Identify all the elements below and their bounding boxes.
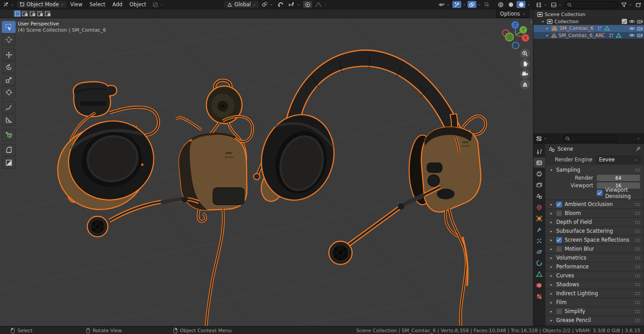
tool-scale[interactable] bbox=[2, 74, 16, 86]
viewport-denoising-checkbox[interactable] bbox=[597, 190, 603, 196]
render-engine-dropdown[interactable]: Eevee ⌄ bbox=[596, 156, 641, 164]
tab-object-data[interactable] bbox=[533, 269, 545, 279]
outliner-row-sm-comtac-6[interactable]: ▸ SM_Comtac_6 bbox=[533, 25, 644, 32]
sampling-panel-header[interactable]: ▾ Sampling bbox=[546, 166, 644, 174]
drag-handle[interactable] bbox=[635, 256, 640, 260]
shading-wireframe-button[interactable] bbox=[496, 1, 505, 8]
tab-particles[interactable] bbox=[533, 235, 545, 246]
ambient-occlusion-checkbox[interactable] bbox=[556, 202, 562, 207]
hide-eye-icon[interactable] bbox=[629, 26, 635, 31]
tool-annotate[interactable] bbox=[2, 101, 16, 113]
expand-arrow[interactable]: ▾ bbox=[541, 20, 545, 24]
tool-rotate[interactable] bbox=[2, 61, 16, 73]
drag-handle[interactable] bbox=[635, 238, 640, 242]
pivot-dropdown[interactable]: ⌄ bbox=[260, 0, 275, 8]
tool-extra-2[interactable] bbox=[2, 157, 16, 169]
tool-add-cube[interactable] bbox=[2, 129, 16, 141]
outliner-editor-type-button[interactable]: ⌄ bbox=[535, 1, 548, 9]
axis-neg-z[interactable] bbox=[513, 42, 519, 49]
drag-handle[interactable] bbox=[635, 211, 640, 215]
tab-view-layer[interactable] bbox=[533, 180, 545, 190]
3d-scene[interactable] bbox=[0, 18, 533, 326]
simplify-checkbox[interactable] bbox=[556, 309, 562, 314]
drag-handle[interactable] bbox=[635, 229, 640, 233]
select-mode-subtract[interactable] bbox=[29, 10, 36, 17]
editor-type-button[interactable]: ⌄ bbox=[0, 0, 17, 8]
drag-handle[interactable] bbox=[635, 274, 640, 277]
outliner-search-input[interactable] bbox=[564, 1, 619, 8]
drag-handle[interactable] bbox=[635, 265, 640, 268]
properties-editor-type-button[interactable]: ⌄ bbox=[535, 135, 548, 143]
pan-button[interactable] bbox=[520, 59, 530, 69]
properties-options-dropdown[interactable]: ⌄ bbox=[636, 136, 640, 140]
ortho-toggle-button[interactable] bbox=[520, 79, 530, 89]
disable-render-camera-icon[interactable] bbox=[637, 26, 643, 31]
expand-arrow[interactable]: ▸ bbox=[545, 33, 550, 37]
orientation-dropdown[interactable]: Global ⌄ bbox=[224, 1, 258, 8]
outliner-filter-dropdown[interactable]: ⌄ bbox=[620, 1, 633, 9]
shading-solid-button[interactable] bbox=[506, 1, 515, 8]
axis-neg-y[interactable] bbox=[505, 33, 513, 41]
drag-handle[interactable] bbox=[635, 202, 640, 206]
tab-scene[interactable] bbox=[533, 191, 545, 201]
properties-search-input[interactable] bbox=[562, 135, 617, 142]
drag-handle[interactable] bbox=[635, 247, 640, 251]
camera-view-button[interactable] bbox=[520, 69, 530, 79]
snap-toggle[interactable] bbox=[276, 1, 285, 8]
tab-render[interactable] bbox=[533, 157, 545, 168]
tab-object[interactable] bbox=[533, 213, 545, 223]
panel-depth-of-field[interactable]: ▸ Depth of Field bbox=[546, 218, 644, 226]
snap-with-dropdown[interactable]: ⌄ bbox=[287, 0, 302, 8]
panel-screen-space-reflections[interactable]: ▸ Screen Space Reflections bbox=[546, 236, 644, 244]
drag-handle[interactable] bbox=[635, 168, 640, 172]
panel-grease-pencil[interactable]: ▸ Grease Pencil bbox=[546, 316, 644, 324]
drag-handle[interactable] bbox=[635, 309, 640, 313]
tab-texture[interactable] bbox=[533, 291, 545, 301]
tab-modifiers[interactable] bbox=[533, 224, 545, 235]
panel-bloom[interactable]: ▸ Bloom bbox=[546, 209, 644, 217]
panel-film[interactable]: ▸ Film bbox=[546, 298, 644, 306]
xray-toggle[interactable] bbox=[482, 1, 491, 8]
ssr-checkbox[interactable] bbox=[556, 237, 562, 243]
select-mode-invert[interactable] bbox=[37, 10, 44, 17]
drag-handle[interactable] bbox=[635, 301, 640, 304]
navigation-gizmo[interactable]: Z Y X bbox=[498, 18, 533, 53]
panel-curves[interactable]: ▸ Curves bbox=[546, 272, 644, 280]
new-collection-button[interactable] bbox=[635, 1, 643, 8]
outliner-row-collection[interactable]: ▾ Collection bbox=[533, 18, 644, 25]
falloff-dropdown[interactable]: ⌄ bbox=[314, 0, 328, 8]
drag-handle[interactable] bbox=[635, 292, 640, 295]
shading-material-button[interactable] bbox=[517, 1, 525, 8]
panel-performance[interactable]: ▸ Performance bbox=[546, 263, 644, 271]
tool-select-box[interactable] bbox=[2, 21, 16, 33]
tab-material[interactable] bbox=[533, 280, 545, 290]
pin-icon[interactable] bbox=[636, 146, 641, 152]
tab-constraints[interactable] bbox=[533, 258, 545, 268]
panel-ambient-occlusion[interactable]: ▸ Ambient Occlusion bbox=[546, 200, 644, 208]
headset-object-left[interactable] bbox=[48, 82, 164, 219]
disable-render-camera-icon[interactable] bbox=[637, 33, 643, 37]
panel-subsurface-scattering[interactable]: ▸ Subsurface Scattering bbox=[546, 227, 644, 235]
drag-handle[interactable] bbox=[635, 318, 640, 322]
tool-transform[interactable] bbox=[2, 86, 16, 98]
menu-add[interactable]: Add bbox=[109, 1, 126, 8]
headset-object-right[interactable] bbox=[251, 50, 485, 326]
gizmos-toggle[interactable] bbox=[452, 1, 461, 8]
expand-arrow[interactable]: ▸ bbox=[545, 26, 550, 30]
tab-physics[interactable] bbox=[533, 247, 545, 257]
tab-output[interactable] bbox=[533, 169, 545, 179]
panel-volumetrics[interactable]: ▸ Volumetrics bbox=[546, 254, 644, 262]
bloom-checkbox[interactable] bbox=[556, 210, 562, 216]
menu-view[interactable]: View bbox=[67, 1, 86, 8]
menu-object[interactable]: Object bbox=[126, 1, 150, 8]
disable-render-camera-icon[interactable] bbox=[637, 19, 643, 24]
zoom-button[interactable] bbox=[520, 49, 530, 58]
3d-viewport[interactable]: User Perspective (4) Scene Collection | … bbox=[0, 18, 533, 326]
drag-handle[interactable] bbox=[635, 220, 640, 224]
overlays-toggle[interactable] bbox=[468, 1, 476, 8]
tool-measure[interactable] bbox=[2, 114, 16, 126]
select-mode-extend[interactable] bbox=[21, 10, 29, 17]
select-mode-intersect[interactable] bbox=[44, 10, 51, 17]
outliner-display-mode-dropdown[interactable]: ⌄ bbox=[550, 1, 563, 9]
render-samples-field[interactable]: 64 bbox=[597, 175, 640, 181]
